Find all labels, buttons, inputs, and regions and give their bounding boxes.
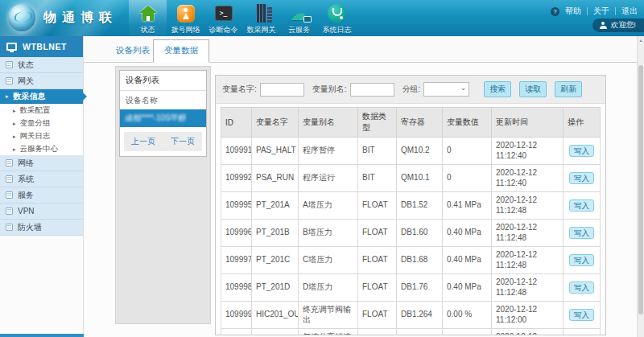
- table-row: 109999 HIC201_OUT 终充调节阀输出 FLOAT DB1.264 …: [221, 302, 601, 329]
- cell-name: PT_201B: [252, 220, 299, 247]
- nav-item-system-log[interactable]: 系统日志: [318, 0, 356, 36]
- scrollbar-up-arrow-icon[interactable]: ▲: [638, 38, 644, 43]
- cell-dtype: BIT: [358, 165, 397, 192]
- column-header: 更新时间: [492, 108, 564, 138]
- help-link[interactable]: 帮助: [565, 6, 581, 17]
- cell-name: LAL_102_SP: [252, 329, 299, 336]
- selected-device-row[interactable]: 成都****-10S甲醇: [120, 109, 206, 127]
- cell-value: 0.40 MPa: [443, 274, 492, 302]
- content-body: 设备列表 设备名称 成都****-10S甲醇 上一页 下一页 变量名字: 变量: [84, 63, 637, 337]
- cell-register: DB1.60: [397, 220, 443, 247]
- divider: [615, 7, 616, 15]
- tab-device-list[interactable]: 设备列表: [108, 40, 158, 62]
- cell-value: 0.40 MPa: [443, 247, 492, 274]
- sidebar-item-gateway-log[interactable]: ▸ 网关日志: [0, 129, 83, 142]
- caret-icon: ▸: [13, 146, 16, 152]
- cell-updated: 2020-12-12 11:12:48: [492, 220, 564, 247]
- sidebar-item-network[interactable]: 网络: [0, 155, 83, 171]
- table-row: 109996 PT_201B B塔压力 FLOAT DB1.60 0.40 MP…: [221, 220, 601, 247]
- cell-alias: A塔压力: [299, 192, 358, 220]
- sidebar-bottom-strip: [0, 334, 85, 337]
- scrollbar-thumb[interactable]: [638, 65, 643, 314]
- cell-id: 109995: [221, 192, 252, 220]
- nav-item-data-gateway[interactable]: 数采网关: [242, 0, 280, 36]
- name-filter-input[interactable]: [260, 83, 304, 97]
- logout-link[interactable]: 退出: [621, 6, 638, 17]
- cell-dtype: BIT: [358, 138, 397, 165]
- user-icon: [600, 22, 607, 29]
- divider: [587, 7, 588, 15]
- cell-value: 200 mm: [443, 329, 492, 336]
- nav-item-status[interactable]: 状态: [129, 0, 167, 36]
- write-button[interactable]: 写入: [569, 227, 594, 240]
- cell-register: QM10.1: [397, 165, 443, 192]
- group-select[interactable]: ⌄: [423, 82, 469, 97]
- cell-updated: 2020-12-12 11:12:40: [492, 165, 564, 192]
- browser-scrollbar[interactable]: ▲: [637, 36, 644, 337]
- cell-name: PAS_HALT: [252, 138, 299, 165]
- sidebar-item-gateway[interactable]: 网关: [0, 73, 83, 89]
- table-row: 109997 PT_201C C塔压力 FLOAT DB1.68 0.40 MP…: [221, 247, 601, 274]
- sidebar-title: WTBLNET: [23, 42, 67, 51]
- cell-register: DB1.68: [397, 247, 443, 274]
- write-button[interactable]: 写入: [569, 309, 594, 322]
- cell-register: DB1.52: [397, 192, 443, 220]
- nav-item-diagnostic-command[interactable]: >_ 诊断命令: [204, 0, 242, 36]
- dial-network-icon: [175, 3, 197, 23]
- welcome-text: 欢迎您!: [611, 20, 636, 31]
- search-button[interactable]: 搜索: [484, 81, 511, 97]
- cell-name: PT_201D: [252, 274, 299, 302]
- write-button[interactable]: 写入: [569, 172, 594, 185]
- sidebar-item-data-info[interactable]: ▸ 数采信息: [0, 89, 83, 104]
- write-button[interactable]: 写入: [569, 199, 594, 212]
- write-button[interactable]: 写入: [569, 145, 594, 158]
- system-log-icon: [326, 3, 349, 23]
- alias-filter-input[interactable]: [350, 83, 394, 97]
- nav-item-dial-network[interactable]: 拨号网络: [167, 0, 204, 36]
- list-icon: [6, 77, 13, 84]
- variable-table: ID 变量名字 变量别名 数据类型 寄存器 变量数值: [221, 107, 601, 335]
- cell-alias: C塔压力: [299, 247, 358, 274]
- sidebar-item-status[interactable]: 状态: [0, 57, 83, 73]
- column-header: 变量数值: [443, 108, 492, 138]
- name-filter-label: 变量名字:: [222, 84, 257, 95]
- device-prev-page-link[interactable]: 上一页: [131, 136, 155, 147]
- about-link[interactable]: 关于: [593, 6, 609, 17]
- cell-updated: 2020-12-12 11:12:48: [492, 247, 564, 274]
- read-button[interactable]: 读取: [519, 81, 547, 97]
- cell-id: 109998: [221, 274, 252, 302]
- cell-id: 109997: [221, 247, 252, 274]
- welcome-pill[interactable]: 欢迎您!: [592, 18, 644, 32]
- sidebar-item-data-config[interactable]: ▸ 数采配置: [0, 104, 83, 117]
- cell-updated: 2020-12-12 11:12:00: [492, 329, 564, 336]
- column-header: 操作: [564, 108, 601, 138]
- chevron-down-icon: ⌄: [460, 84, 467, 92]
- sidebar-item-vpn[interactable]: VPN: [0, 203, 83, 220]
- write-button[interactable]: 写入: [569, 254, 594, 267]
- terminal-icon: >_: [213, 3, 235, 23]
- brand-name: 物通博联: [43, 10, 118, 27]
- cell-dtype: FLOAT: [358, 302, 397, 329]
- sidebar-item-firewall[interactable]: 防火墙: [0, 220, 83, 236]
- variable-table-card: 变量名字: 变量别名: 分组: ⌄ 搜索 读取 刷新: [215, 75, 606, 335]
- cell-id: 109991: [221, 138, 252, 165]
- caret-icon: ▸: [13, 108, 16, 113]
- sidebar-item-service[interactable]: 服务: [0, 187, 83, 203]
- cell-value: 0.40 MPa: [443, 220, 492, 247]
- list-icon: [6, 175, 13, 183]
- cell-register: DB1.76: [397, 274, 443, 302]
- column-header: 寄存器: [397, 108, 443, 138]
- table-row: 110046 LAL_102_SP 气液分离罐液位低报设定 FLOAT DB1.…: [221, 329, 601, 336]
- refresh-button[interactable]: 刷新: [555, 81, 582, 97]
- cell-name: HIC201_OUT: [252, 302, 299, 329]
- nav-item-cloud-service[interactable]: ☁ 云服务: [280, 0, 318, 36]
- table-row: 109991 PAS_HALT 程序暂停 BIT QM10.2 0 2020-1…: [221, 138, 601, 165]
- sidebar-item-variable-group[interactable]: ▸ 变量分组: [0, 117, 83, 129]
- cell-updated: 2020-12-12 11:12:00: [492, 302, 564, 329]
- sidebar-item-cloud-center[interactable]: ▸ 云服务中心: [0, 142, 83, 155]
- sidebar-item-system[interactable]: 系统: [0, 171, 83, 187]
- device-next-page-link[interactable]: 下一页: [171, 136, 195, 147]
- write-button[interactable]: 写入: [569, 282, 594, 294]
- cell-alias: 程序暂停: [299, 138, 358, 165]
- tab-variable-data[interactable]: 变量数据: [153, 39, 209, 63]
